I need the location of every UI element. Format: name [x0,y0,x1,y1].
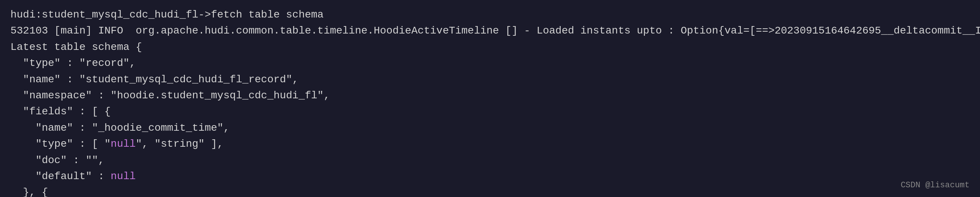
terminal-line-1: hudi:student_mysql_cdc_hudi_fl->fetch ta… [10,7,970,23]
terminal-line-8: "name" : "_hoodie_commit_time", [10,120,970,136]
terminal-line-12: }, { [10,184,970,197]
terminal-line-11: "default" : null [10,168,970,184]
terminal-line-2: 532103 [main] INFO org.apache.hudi.commo… [10,23,970,39]
terminal-container: hudi:student_mysql_cdc_hudi_fl->fetch ta… [0,0,980,197]
terminal-output: hudi:student_mysql_cdc_hudi_fl->fetch ta… [10,7,970,197]
watermark: CSDN @lisacumt [900,179,970,192]
terminal-line-6: "namespace" : "hoodie.student_mysql_cdc_… [10,87,970,103]
terminal-line-3: Latest table schema { [10,39,970,55]
terminal-line-9: "type" : [ "null", "string" ], [10,136,970,152]
terminal-line-10: "doc" : "", [10,152,970,168]
terminal-line-5: "name" : "student_mysql_cdc_hudi_fl_reco… [10,71,970,87]
terminal-line-7: "fields" : [ { [10,103,970,119]
terminal-line-4: "type" : "record", [10,55,970,71]
